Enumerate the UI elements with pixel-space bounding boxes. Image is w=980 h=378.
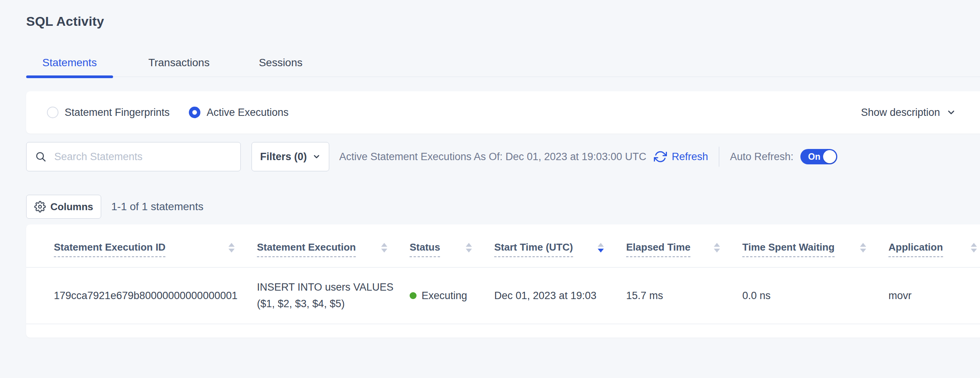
radio-selected-icon[interactable]	[189, 107, 200, 118]
column-header-statement-execution-id: Statement Execution ID	[54, 241, 257, 257]
view-mode-radio-group: Statement Fingerprints Active Executions	[47, 107, 288, 119]
cell-statement-execution-id[interactable]: 179cca7921e679b80000000000000001	[54, 290, 257, 302]
statements-table: Statement Execution ID Statement Executi…	[26, 224, 980, 338]
auto-refresh-toggle[interactable]: On	[800, 149, 837, 164]
column-header-label[interactable]: Elapsed Time	[626, 241, 690, 257]
columns-button-label: Columns	[50, 201, 93, 213]
column-header-label[interactable]: Time Spent Waiting	[742, 241, 835, 257]
column-header-label[interactable]: Statement Execution	[257, 241, 356, 257]
tab-sessions[interactable]: Sessions	[259, 57, 303, 77]
columns-button[interactable]: Columns	[26, 195, 101, 219]
cell-application: movr	[888, 290, 980, 302]
page-title: SQL Activity	[26, 14, 980, 29]
toolbar-divider	[719, 147, 719, 167]
table-controls-row: Columns 1-1 of 1 statements	[26, 195, 980, 219]
sort-arrows-icon[interactable]	[381, 243, 387, 253]
statement-line-1: INSERT INTO users VALUES	[257, 279, 394, 296]
column-header-label[interactable]: Application	[888, 241, 943, 257]
chevron-down-icon	[312, 152, 321, 161]
toggle-state-label: On	[808, 152, 820, 162]
tab-transactions[interactable]: Transactions	[148, 57, 210, 77]
refresh-label: Refresh	[672, 151, 708, 163]
result-count: 1-1 of 1 statements	[111, 201, 203, 213]
sql-activity-page: SQL Activity Statements Transactions Ses…	[0, 0, 980, 338]
radio-statement-fingerprints[interactable]: Statement Fingerprints	[47, 107, 170, 119]
toggle-knob[interactable]	[823, 150, 836, 163]
column-header-label[interactable]: Statement Execution ID	[54, 241, 165, 257]
show-description-toggle[interactable]: Show description	[861, 107, 956, 119]
column-header-statement-execution: Statement Execution	[257, 241, 410, 257]
cell-elapsed-time: 15.7 ms	[626, 290, 742, 302]
cell-status: Executing	[410, 290, 494, 302]
auto-refresh-label: Auto Refresh:	[730, 151, 793, 163]
refresh-icon	[654, 150, 667, 163]
refresh-button[interactable]: Refresh	[654, 150, 708, 163]
search-input[interactable]	[54, 151, 232, 163]
statement-line-2: ($1, $2, $3, $4, $5)	[257, 296, 394, 312]
column-header-application: Application	[888, 241, 980, 257]
search-box[interactable]	[26, 142, 241, 171]
column-header-elapsed-time: Elapsed Time	[626, 241, 742, 257]
radio-label: Active Executions	[207, 107, 288, 119]
filters-button[interactable]: Filters (0)	[252, 142, 329, 171]
show-description-label: Show description	[861, 107, 940, 119]
column-header-time-spent-waiting: Time Spent Waiting	[742, 241, 888, 257]
column-header-status: Status	[410, 241, 494, 257]
status-executing-dot-icon	[410, 292, 417, 299]
statements-toolbar: Filters (0) Active Statement Executions …	[26, 142, 980, 171]
search-icon	[35, 151, 47, 162]
radio-label: Statement Fingerprints	[65, 107, 170, 119]
table-row[interactable]: 179cca7921e679b80000000000000001 INSERT …	[26, 268, 980, 324]
as-of-timestamp: Active Statement Executions As Of: Dec 0…	[339, 151, 646, 163]
column-header-start-time: Start Time (UTC)	[494, 241, 626, 257]
filters-button-label: Filters (0)	[260, 151, 307, 163]
tab-bar: Statements Transactions Sessions	[26, 57, 980, 77]
sort-arrows-icon[interactable]	[714, 243, 720, 253]
gear-icon	[34, 201, 46, 212]
tab-statements[interactable]: Statements	[26, 57, 113, 77]
sort-arrows-icon-active-desc[interactable]	[598, 243, 604, 253]
chevron-down-icon	[946, 107, 956, 117]
column-header-label[interactable]: Status	[410, 241, 440, 257]
sort-arrows-icon[interactable]	[860, 243, 866, 253]
view-mode-card: Statement Fingerprints Active Executions…	[26, 91, 980, 134]
sort-arrows-icon[interactable]	[228, 243, 235, 253]
cell-time-spent-waiting: 0.0 ns	[742, 290, 888, 302]
radio-active-executions[interactable]: Active Executions	[189, 107, 288, 119]
sort-arrows-icon[interactable]	[466, 243, 472, 253]
column-header-label[interactable]: Start Time (UTC)	[494, 241, 573, 257]
cell-start-time: Dec 01, 2023 at 19:03	[494, 290, 626, 302]
table-header-row: Statement Execution ID Statement Executi…	[26, 224, 980, 268]
status-label: Executing	[422, 290, 467, 302]
cell-statement-execution[interactable]: INSERT INTO users VALUES ($1, $2, $3, $4…	[257, 279, 410, 312]
sort-arrows-icon[interactable]	[971, 243, 977, 253]
radio-unselected-icon[interactable]	[47, 107, 58, 118]
